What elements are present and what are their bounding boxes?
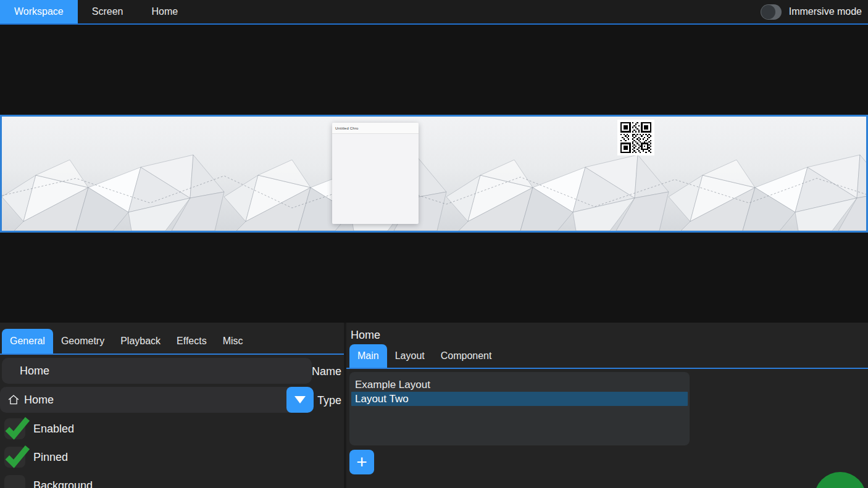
tab-underline [0, 354, 344, 355]
top-tab-bar: Workspace Screen Home [0, 0, 192, 23]
qr-code-icon [620, 122, 651, 153]
screen-properties-panel: General Geometry Playback Effects Misc H… [0, 323, 344, 488]
tab-workspace[interactable]: Workspace [0, 0, 78, 23]
pinned-checkbox[interactable] [4, 447, 25, 468]
tab-main[interactable]: Main [349, 344, 387, 368]
toggle-knob [761, 5, 775, 19]
immersive-mode-label: Immersive mode [789, 6, 862, 17]
add-layout-button[interactable]: + [349, 450, 374, 474]
tab-layout[interactable]: Layout [387, 344, 433, 368]
background-checkbox-row: Background [4, 475, 93, 488]
panorama-screen[interactable]: Untitled Chro [0, 115, 868, 233]
top-bar-right: Immersive mode [761, 0, 868, 23]
top-bar: Workspace Screen Home Immersive mode [0, 0, 868, 25]
check-icon [4, 443, 30, 469]
enabled-checkbox-row: Enabled [4, 418, 74, 439]
type-select[interactable]: Home [0, 387, 314, 413]
layout-list[interactable]: Example Layout Layout Two [349, 372, 690, 445]
type-field-label: Type [317, 394, 341, 407]
enabled-label: Enabled [33, 423, 74, 436]
home-panel-title: Home [351, 329, 380, 342]
enabled-checkbox[interactable] [4, 418, 25, 439]
screen-properties-tabs: General Geometry Playback Effects Misc [2, 329, 251, 354]
chevron-down-icon [294, 396, 306, 403]
background-label: Background [33, 479, 93, 488]
floating-window-title: Untitled Chro [335, 126, 359, 130]
home-panel: Home Main Layout Component Example Layou… [346, 323, 868, 488]
home-icon [7, 394, 20, 406]
tab-component[interactable]: Component [433, 344, 500, 368]
floating-window[interactable]: Untitled Chro [332, 123, 419, 224]
tab-general[interactable]: General [2, 329, 53, 354]
type-dropdown-button[interactable] [286, 387, 314, 413]
tab-underline [346, 368, 868, 369]
tab-screen[interactable]: Screen [78, 0, 138, 23]
tab-geometry[interactable]: Geometry [53, 329, 112, 354]
property-panels: General Geometry Playback Effects Misc H… [0, 323, 868, 488]
pinned-label: Pinned [33, 451, 68, 464]
name-input[interactable]: Home [2, 358, 312, 384]
home-panel-tabs: Main Layout Component [349, 344, 499, 368]
list-item-layout-two[interactable]: Layout Two [351, 392, 688, 406]
name-input-value: Home [20, 365, 49, 378]
type-select-value: Home [24, 394, 54, 407]
qr-code [617, 120, 654, 155]
immersive-mode-toggle[interactable] [761, 4, 782, 20]
pinned-checkbox-row: Pinned [4, 447, 68, 468]
floating-window-titlebar[interactable]: Untitled Chro [332, 123, 419, 134]
name-field-label: Name [312, 365, 341, 378]
tab-effects[interactable]: Effects [169, 329, 215, 354]
workspace-canvas[interactable]: Untitled Chro [0, 26, 868, 321]
tab-playback[interactable]: Playback [112, 329, 169, 354]
background-checkbox[interactable] [4, 475, 25, 488]
tab-home[interactable]: Home [137, 0, 192, 23]
lowpoly-art [2, 117, 866, 231]
check-icon [4, 415, 30, 440]
tab-misc[interactable]: Misc [215, 329, 251, 354]
list-item-example-layout[interactable]: Example Layout [351, 378, 688, 392]
panorama-image: Untitled Chro [2, 117, 866, 231]
